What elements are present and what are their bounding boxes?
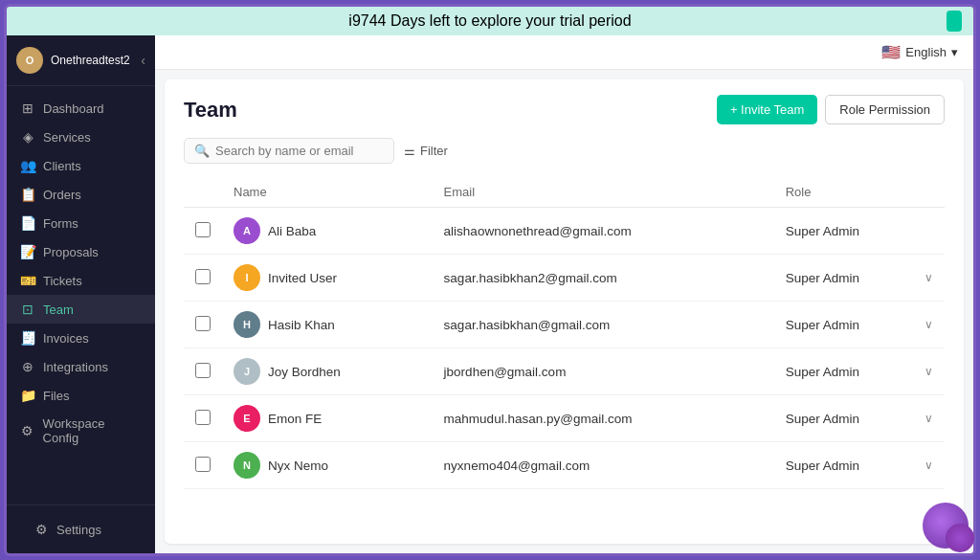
clients-icon: 👥 xyxy=(20,158,35,173)
row-name-cell: N Nyx Nemo xyxy=(222,442,433,489)
dashboard-icon: ⊞ xyxy=(20,101,35,116)
chevron-down-icon: ∨ xyxy=(924,271,933,284)
sidebar-item-label: Settings xyxy=(56,523,101,537)
avatar: I xyxy=(234,264,260,291)
flag-icon: 🇺🇸 xyxy=(881,43,901,61)
sidebar-item-invoices[interactable]: 🧾 Invoices xyxy=(7,324,155,352)
forms-icon: 📄 xyxy=(20,215,35,231)
sidebar-item-services[interactable]: ◈ Services xyxy=(7,123,155,151)
row-checkbox[interactable] xyxy=(195,269,211,284)
row-name-cell: H Hasib Khan xyxy=(222,302,433,348)
sidebar-collapse-button[interactable]: ‹ xyxy=(141,53,145,68)
sidebar-item-team[interactable]: ⊡ Team xyxy=(7,295,155,324)
sidebar-item-label: Invoices xyxy=(43,331,89,346)
row-checkbox-cell xyxy=(184,348,222,395)
row-email-cell: jbordhen@gmail.com xyxy=(433,348,774,395)
sidebar-item-orders[interactable]: 📋 Orders xyxy=(7,180,155,209)
sidebar-item-label: Tickets xyxy=(43,274,82,288)
row-email-cell: sagar.hasibkhan2@gmail.com xyxy=(433,255,774,302)
user-cell: I Invited User xyxy=(234,264,421,291)
row-checkbox[interactable] xyxy=(195,363,211,378)
trial-bar-close-button[interactable] xyxy=(947,11,962,32)
avatar: J xyxy=(234,358,260,385)
user-email: mahmudul.hasan.py@gmail.com xyxy=(444,412,633,426)
language-selector[interactable]: 🇺🇸 English ▾ xyxy=(881,43,958,61)
user-cell: A Ali Baba xyxy=(234,217,421,244)
row-name-cell: I Invited User xyxy=(222,255,433,302)
row-name-cell: E Emon FE xyxy=(222,395,433,442)
role-cell: Super Admin ∨ xyxy=(786,459,933,473)
email-column-header: Email xyxy=(433,177,774,208)
tickets-icon: 🎫 xyxy=(20,273,35,288)
sidebar-item-label: Team xyxy=(43,302,74,317)
avatar: N xyxy=(234,452,260,479)
table-row: I Invited User sagar.hasibkhan2@gmail.co… xyxy=(184,255,945,302)
row-role-cell[interactable]: Super Admin ∨ xyxy=(774,255,945,302)
team-table: Name Email Role A Ali Baba alishaownonet… xyxy=(184,177,945,489)
trial-bar: i 9744 Days left to explore your trial p… xyxy=(7,7,973,35)
search-icon: 🔍 xyxy=(194,144,210,158)
row-checkbox-cell xyxy=(184,255,222,302)
integrations-icon: ⊕ xyxy=(20,359,35,374)
user-cell: N Nyx Nemo xyxy=(234,452,421,479)
row-email-cell: alishaownonethread@gmail.com xyxy=(433,208,774,255)
role-permission-button[interactable]: Role Permission xyxy=(825,95,945,124)
user-email: alishaownonethread@gmail.com xyxy=(444,224,632,238)
filter-button[interactable]: ⚌ Filter xyxy=(404,144,448,158)
settings-icon: ⚙ xyxy=(33,522,49,537)
sidebar-item-files[interactable]: 📁 Files xyxy=(7,381,155,410)
user-name: Ali Baba xyxy=(268,224,316,238)
row-role-cell[interactable]: Super Admin ∨ xyxy=(774,395,945,442)
sidebar-item-forms[interactable]: 📄 Forms xyxy=(7,209,155,237)
sidebar-item-label: Workspace Config xyxy=(43,416,142,445)
user-role: Super Admin xyxy=(786,271,859,285)
avatar: A xyxy=(234,217,260,244)
sidebar-item-label: Clients xyxy=(43,159,81,173)
invite-team-button[interactable]: + Invite Team xyxy=(717,95,817,124)
trial-message: 9744 Days left to explore your trial per… xyxy=(352,12,632,30)
row-checkbox[interactable] xyxy=(195,222,211,237)
checkbox-header xyxy=(184,177,222,208)
header-actions: + Invite Team Role Permission xyxy=(717,95,945,124)
topbar: 🇺🇸 English ▾ xyxy=(155,35,973,70)
row-role-cell[interactable]: Super Admin ∨ xyxy=(774,348,945,395)
user-email: sagar.hasibkhan2@gmail.com xyxy=(444,271,617,285)
user-cell: E Emon FE xyxy=(234,405,421,432)
sidebar-item-integrations[interactable]: ⊕ Integrations xyxy=(7,352,155,381)
user-role: Super Admin xyxy=(786,459,859,473)
user-name: Nyx Nemo xyxy=(268,459,328,473)
filter-label: Filter xyxy=(420,144,448,158)
files-icon: 📁 xyxy=(20,388,35,403)
logo-shape xyxy=(923,503,969,549)
table-row: J Joy Bordhen jbordhen@gmail.com Super A… xyxy=(184,348,945,395)
sidebar-item-label: Orders xyxy=(43,188,81,202)
row-role-cell[interactable]: Super Admin ∨ xyxy=(774,302,945,348)
team-icon: ⊡ xyxy=(20,302,35,317)
sidebar-header: O Onethreadtest2 ‹ xyxy=(7,35,155,86)
user-cell: H Hasib Khan xyxy=(234,311,421,338)
role-cell: Super Admin xyxy=(786,224,933,238)
row-checkbox[interactable] xyxy=(195,316,211,331)
row-checkbox[interactable] xyxy=(195,410,211,425)
role-cell: Super Admin ∨ xyxy=(786,318,933,332)
user-role: Super Admin xyxy=(786,318,859,332)
sidebar-item-proposals[interactable]: 📝 Proposals xyxy=(7,237,155,266)
row-name-cell: J Joy Bordhen xyxy=(222,348,433,395)
search-input[interactable] xyxy=(215,144,384,158)
workspace-name: Onethreadtest2 xyxy=(51,54,130,67)
proposals-icon: 📝 xyxy=(20,244,35,259)
row-email-cell: mahmudul.hasan.py@gmail.com xyxy=(433,395,774,442)
user-email: jbordhen@gmail.com xyxy=(444,365,567,379)
row-checkbox-cell xyxy=(184,302,222,348)
chevron-down-icon: ∨ xyxy=(924,318,933,331)
sidebar-item-workspace-config[interactable]: ⚙ Workspace Config xyxy=(7,410,155,452)
sidebar-nav: ⊞ Dashboard ◈ Services 👥 Clients 📋 Order… xyxy=(7,86,155,504)
row-role-cell: Super Admin xyxy=(774,208,945,255)
sidebar-item-settings[interactable]: ⚙ Settings xyxy=(20,515,142,544)
table-row: N Nyx Nemo nyxnemo404@gmail.com Super Ad… xyxy=(184,442,945,489)
row-role-cell[interactable]: Super Admin ∨ xyxy=(774,442,945,489)
sidebar-item-dashboard[interactable]: ⊞ Dashboard xyxy=(7,94,155,123)
row-checkbox[interactable] xyxy=(195,457,211,472)
sidebar-item-clients[interactable]: 👥 Clients xyxy=(7,151,155,180)
sidebar-item-tickets[interactable]: 🎫 Tickets xyxy=(7,266,155,295)
